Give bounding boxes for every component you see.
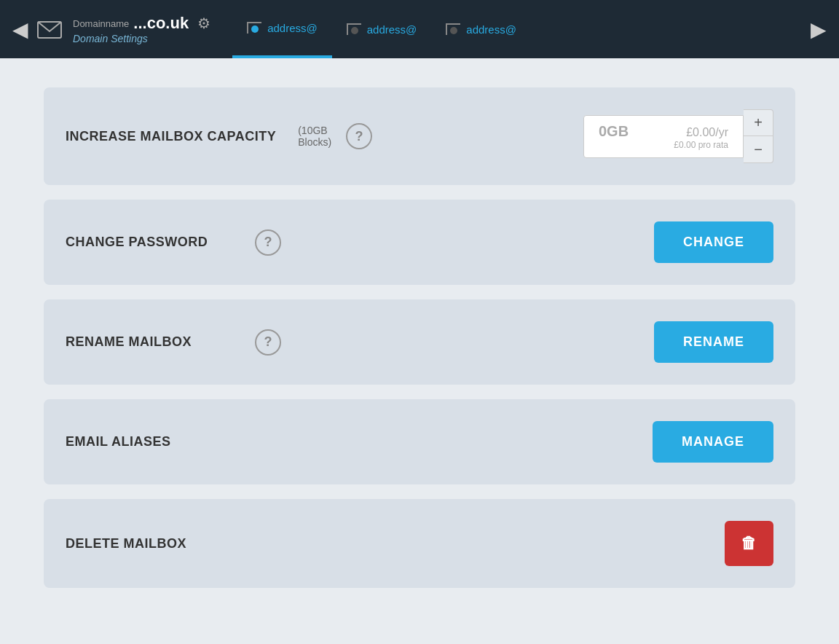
capacity-control: 0GB £0.00/yr £0.00 pro rata + −	[583, 109, 773, 163]
dot-2	[351, 27, 358, 34]
capacity-display: 0GB £0.00/yr £0.00 pro rata	[583, 115, 744, 158]
blocks-label: (10GB Blocks)	[298, 125, 331, 148]
dot-3	[450, 27, 457, 34]
tab-2-address: address@	[367, 23, 417, 36]
tab-area: address@ address@	[232, 0, 805, 58]
domain-subtitle: Domain Settings	[73, 33, 210, 44]
email-aliases-btn[interactable]: MANAGE	[653, 421, 773, 463]
capacity-prorata: £0.00 pro rata	[599, 140, 728, 150]
gear-icon[interactable]: ⚙	[197, 15, 210, 32]
capacity-minus-btn[interactable]: −	[744, 136, 773, 162]
header: ◀ Domainname ...co.uk ⚙ Domain Settings	[0, 0, 839, 58]
capacity-buttons: + −	[744, 109, 773, 163]
tab-3-address: address@	[466, 23, 516, 36]
nav-left-arrow[interactable]: ◀	[7, 17, 34, 42]
domain-label: Domainname	[73, 18, 129, 29]
dot-1	[251, 25, 259, 33]
rename-mailbox-btn[interactable]: RENAME	[654, 321, 773, 363]
mailbox-capacity-title: INCREASE MAILBOX CAPACITY	[66, 129, 276, 144]
nav-right-arrow[interactable]: ▶	[805, 17, 832, 42]
change-password-title: CHANGE PASSWORD	[66, 235, 240, 250]
change-password-card: CHANGE PASSWORD ? CHANGE	[44, 200, 795, 285]
tab-pipe-2	[347, 23, 361, 35]
tab-1[interactable]: address@	[232, 0, 332, 58]
change-password-help-icon[interactable]: ?	[255, 229, 281, 256]
email-aliases-title: EMAIL ALIASES	[66, 434, 240, 449]
change-password-left: CHANGE PASSWORD ?	[66, 229, 654, 256]
main-content: INCREASE MAILBOX CAPACITY (10GB Blocks) …	[0, 58, 839, 617]
tab-pipe-3	[446, 23, 460, 35]
tab-3[interactable]: address@	[431, 0, 531, 58]
delete-mailbox-card: DELETE MAILBOX 🗑	[44, 499, 795, 588]
tab-pipe-1	[247, 22, 261, 34]
delete-mailbox-left: DELETE MAILBOX	[66, 536, 725, 551]
domain-tld: ...co.uk	[133, 14, 189, 33]
capacity-gb: 0GB	[599, 123, 629, 140]
change-password-btn[interactable]: CHANGE	[654, 221, 773, 263]
rename-mailbox-card: RENAME MAILBOX ? RENAME	[44, 299, 795, 385]
mailbox-capacity-help-icon[interactable]: ?	[346, 123, 372, 149]
delete-mailbox-title: DELETE MAILBOX	[66, 536, 240, 551]
domain-info: Domainname ...co.uk ⚙ Domain Settings	[73, 14, 210, 44]
delete-mailbox-btn[interactable]: 🗑	[725, 521, 773, 566]
rename-mailbox-left: RENAME MAILBOX ?	[66, 329, 654, 356]
email-aliases-card: EMAIL ALIASES MANAGE	[44, 399, 795, 484]
trash-icon: 🗑	[741, 534, 757, 552]
email-aliases-left: EMAIL ALIASES	[66, 434, 653, 449]
tab-1-address: address@	[267, 22, 318, 34]
tab-2[interactable]: address@	[332, 0, 432, 58]
capacity-plus-btn[interactable]: +	[744, 110, 773, 136]
mailbox-capacity-card: INCREASE MAILBOX CAPACITY (10GB Blocks) …	[44, 87, 795, 185]
rename-mailbox-title: RENAME MAILBOX	[66, 334, 240, 350]
rename-mailbox-help-icon[interactable]: ?	[255, 329, 281, 356]
capacity-price-yr: £0.00/yr	[686, 126, 728, 139]
email-icon	[34, 16, 66, 42]
